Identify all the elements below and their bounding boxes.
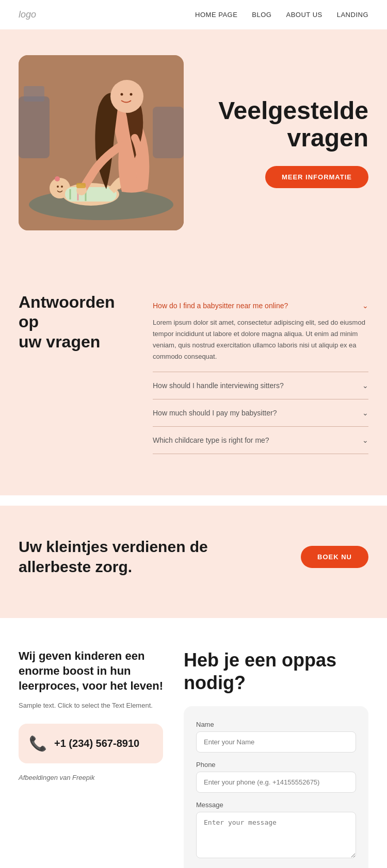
message-field-group: Message [196,801,356,860]
phone-number: +1 (234) 567-8910 [54,738,139,749]
svg-rect-7 [65,187,117,202]
name-input[interactable] [196,731,356,753]
message-label: Message [196,801,356,809]
faq-section: Antwoorden op uw vragen How do I find a … [0,261,387,495]
logo: logo [19,9,36,20]
svg-rect-18 [153,107,184,158]
faq-item-1: How do I find a babysitter near me onlin… [153,292,368,372]
svg-rect-17 [24,86,44,102]
phone-input[interactable] [196,772,356,793]
chevron-down-icon-4: ⌄ [362,436,368,444]
boek-nu-button[interactable]: BOEK NU [301,546,368,568]
chevron-down-icon-3: ⌄ [362,409,368,417]
contact-left-text: Sample text. Click to select the Text El… [19,700,163,711]
faq-question-1[interactable]: How do I find a babysitter near me onlin… [153,302,368,310]
phone-field-group: Phone [196,761,356,793]
phone-box: 📞 +1 (234) 567-8910 [19,724,163,763]
nav-landing[interactable]: LANDING [337,11,368,19]
nav-about[interactable]: ABOUT US [286,11,322,19]
faq-item-2: How should I handle interviewing sitters… [153,372,368,399]
hero-section: Veelgestelde vragen MEER INFORMATIE [0,29,387,261]
contact-left: Wij geven kinderen een enorme boost in h… [19,649,163,868]
name-field-group: Name [196,721,356,753]
freepik-credit: Afbeeldingen van Freepik [19,773,163,783]
chevron-down-icon-2: ⌄ [362,381,368,390]
contact-right: Heb je een oppas nodig? Name Phone Messa… [184,649,368,868]
svg-point-11 [110,80,143,113]
svg-rect-15 [76,183,86,188]
contact-left-title: Wij geven kinderen een enorme boost in h… [19,649,163,693]
message-input[interactable] [196,812,356,858]
nav-links: HOME PAGE BLOG ABOUT US LANDING [195,11,368,19]
phone-label: Phone [196,761,356,769]
contact-right-title: Heb je een oppas nodig? [184,649,368,693]
faq-question-3[interactable]: How much should I pay my babysitter? ⌄ [153,409,368,417]
phone-icon: 📞 [29,735,47,752]
hero-content: Veelgestelde vragen MEER INFORMATIE [199,97,368,189]
faq-title: Antwoorden op uw vragen [19,292,132,352]
faq-question-2[interactable]: How should I handle interviewing sitters… [153,381,368,390]
name-label: Name [196,721,356,728]
nav-blog[interactable]: BLOG [252,11,271,19]
faq-item-4: Which childcare type is right for me? ⌄ [153,427,368,454]
faq-list: How do I find a babysitter near me onlin… [153,292,368,454]
navbar: logo HOME PAGE BLOG ABOUT US LANDING [0,0,387,29]
contact-form-card: Name Phone Message VERZOEK OM TE BELLEN [184,706,368,868]
faq-question-4[interactable]: Which childcare type is right for me? ⌄ [153,436,368,444]
svg-point-6 [55,176,60,181]
svg-point-4 [57,186,59,188]
svg-point-13 [130,93,133,96]
faq-item-3: How much should I pay my babysitter? ⌄ [153,399,368,427]
svg-rect-16 [19,96,50,158]
cta-section: Uw kleintjes verdienen de allerbeste zor… [0,506,387,618]
svg-point-5 [61,186,63,188]
chevron-up-icon: ⌄ [362,302,368,310]
contact-section: Wij geven kinderen een enorme boost in h… [0,618,387,868]
meer-informatie-button[interactable]: MEER INFORMATIE [265,166,368,188]
faq-answer-1: Lorem ipsum dolor sit amet, consectetur … [153,310,368,372]
hero-title: Veelgestelde vragen [199,97,368,152]
hero-image [19,55,184,230]
cta-title: Uw kleintjes verdienen de allerbeste zor… [19,537,215,577]
svg-point-12 [121,93,123,96]
faq-heading: Antwoorden op uw vragen [19,292,132,454]
nav-home[interactable]: HOME PAGE [195,11,237,19]
